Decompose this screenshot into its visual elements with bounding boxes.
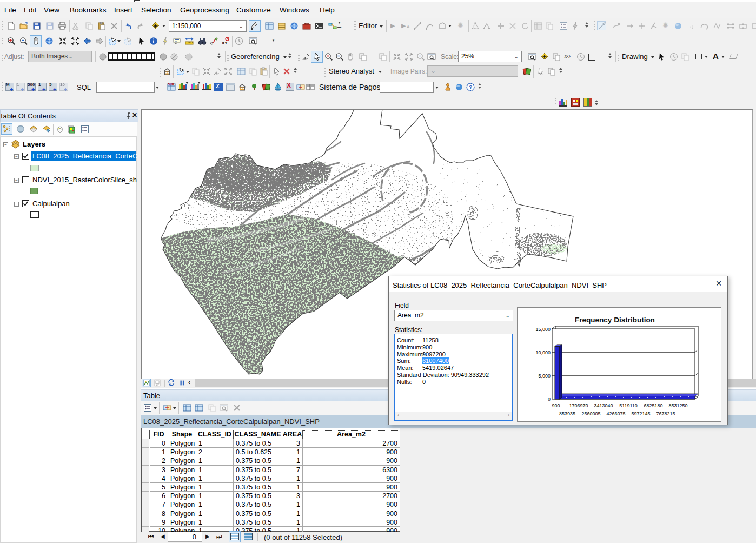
svg-text:853935: 853935 <box>559 411 575 416</box>
svg-text:2560005: 2560005 <box>581 411 600 416</box>
svg-text:3413040: 3413040 <box>594 403 613 408</box>
svg-text:6825180: 6825180 <box>644 403 662 408</box>
svg-text:5,000: 5,000 <box>538 373 551 379</box>
svg-text:5119110: 5119110 <box>619 403 638 408</box>
svg-text:Frequency Distribution: Frequency Distribution <box>575 316 655 324</box>
svg-text:8531250: 8531250 <box>668 403 687 408</box>
svg-text:5972145: 5972145 <box>631 411 650 416</box>
svg-text:0: 0 <box>548 396 551 402</box>
svg-text:900: 900 <box>552 403 560 408</box>
svg-text:4266075: 4266075 <box>606 411 625 416</box>
svg-text:7678215: 7678215 <box>656 411 675 416</box>
svg-text:1706970: 1706970 <box>569 403 588 408</box>
svg-text:→[: →[ <box>687 24 693 29</box>
svg-text:10,000: 10,000 <box>535 350 551 355</box>
svg-text:15,000: 15,000 <box>535 327 551 332</box>
